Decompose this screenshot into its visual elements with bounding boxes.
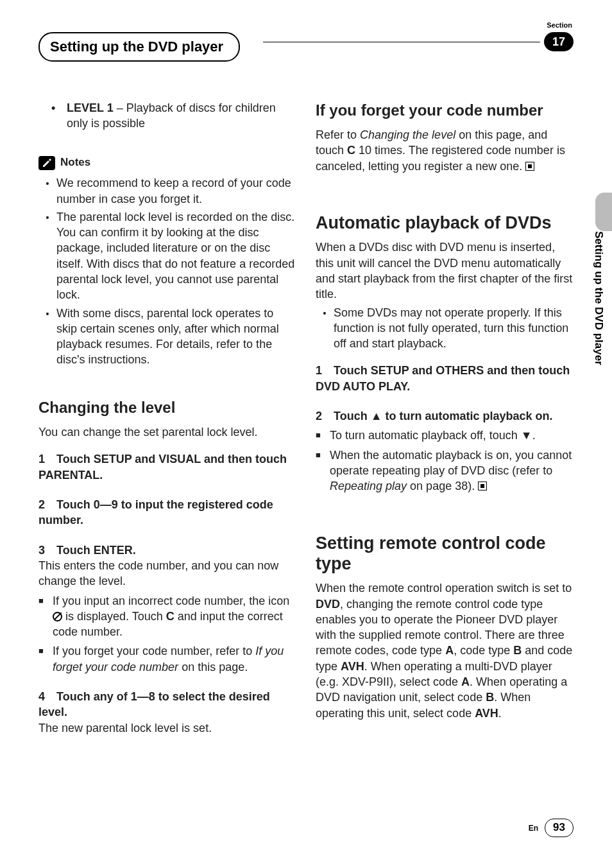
step-4: 4Touch any of 1—8 to select the desired …: [38, 689, 296, 720]
t: If you forget your code number, refer to: [53, 645, 255, 657]
auto-step-1: 1Touch SETUP and OTHERS and then touch D…: [316, 363, 574, 394]
auto-step-2: 2Touch ▲ to turn automatic playback on.: [316, 408, 574, 424]
t: To turn automatic playback off, touch ▼.: [330, 428, 536, 443]
step-2: 2Touch 0—9 to input the registered code …: [38, 497, 296, 528]
page-header: Setting up the DVD player Section 17: [38, 32, 574, 62]
list-item: •The parental lock level is recorded on …: [38, 209, 296, 303]
t: on this page.: [178, 661, 248, 673]
list-item: • LEVEL 1 – Playback of discs for childr…: [51, 100, 296, 132]
section-number-badge: 17: [544, 32, 574, 51]
end-mark-icon: [525, 162, 534, 171]
forget-body: Refer to Changing the level on this page…: [316, 127, 574, 174]
notes-header: Notes: [38, 155, 296, 170]
t: C: [166, 610, 174, 623]
list-item: ■When the automatic playback is on, you …: [316, 447, 574, 494]
note-text: With some discs, parental lock operates …: [56, 306, 296, 368]
t: Some DVDs may not operate properly. If t…: [334, 305, 574, 352]
notes-icon: [38, 156, 55, 170]
t: If you input an incorrect code number, t…: [53, 595, 289, 607]
page-footer: En 93: [529, 819, 574, 837]
step-1: 1Touch SETUP and VISUAL and then touch P…: [38, 451, 296, 483]
left-column: • LEVEL 1 – Playback of discs for childr…: [38, 100, 296, 736]
t: is displayed. Touch: [62, 610, 166, 623]
step-4-body: The new parental lock level is set.: [38, 720, 296, 736]
note-text: We recommend to keep a record of your co…: [56, 175, 296, 207]
heading-changing-level: Changing the level: [38, 397, 296, 418]
remote-body: When the remote control operation switch…: [316, 580, 574, 721]
prohibit-icon: [53, 612, 62, 621]
list-item: ■ If you input an incorrect code number,…: [38, 593, 296, 640]
step-3: 3Touch ENTER.: [38, 542, 296, 558]
header-title-pill: Setting up the DVD player: [38, 32, 240, 62]
heading-remote-code: Setting remote control code type: [316, 533, 574, 575]
section-label: Section: [547, 21, 572, 30]
heading-forget-code: If you forget your code number: [316, 100, 574, 121]
right-column: If you forget your code number Refer to …: [316, 100, 574, 736]
side-tab-label: Setting up the DVD player: [591, 231, 606, 365]
t: When the automatic playback is on, you c…: [330, 449, 572, 477]
list-item: ■To turn automatic playback off, touch ▼…: [316, 428, 574, 443]
header-title: Setting up the DVD player: [50, 39, 223, 55]
t: on page 38).: [407, 480, 475, 492]
footer-language: En: [529, 823, 538, 833]
notes-label: Notes: [60, 155, 90, 170]
list-item: ■ If you forget your code number, refer …: [38, 643, 296, 675]
note-text: The parental lock level is recorded on t…: [56, 209, 296, 303]
auto-intro: When a DVDs disc with DVD menu is insert…: [316, 239, 574, 302]
level1-label: LEVEL 1: [67, 101, 114, 114]
t: Repeating play: [330, 480, 407, 492]
end-mark-icon: [478, 482, 487, 490]
side-tab: [595, 193, 612, 231]
heading-auto-playback: Automatic playback of DVDs: [316, 213, 574, 233]
step-3-body: This enters the code number, and you can…: [38, 558, 296, 589]
intro-text: You can change the set parental lock lev…: [38, 424, 296, 440]
list-item: •Some DVDs may not operate properly. If …: [316, 305, 574, 352]
list-item: •We recommend to keep a record of your c…: [38, 175, 296, 207]
footer-page-number: 93: [545, 819, 574, 837]
list-item: •With some discs, parental lock operates…: [38, 306, 296, 368]
header-rule: [263, 42, 540, 42]
